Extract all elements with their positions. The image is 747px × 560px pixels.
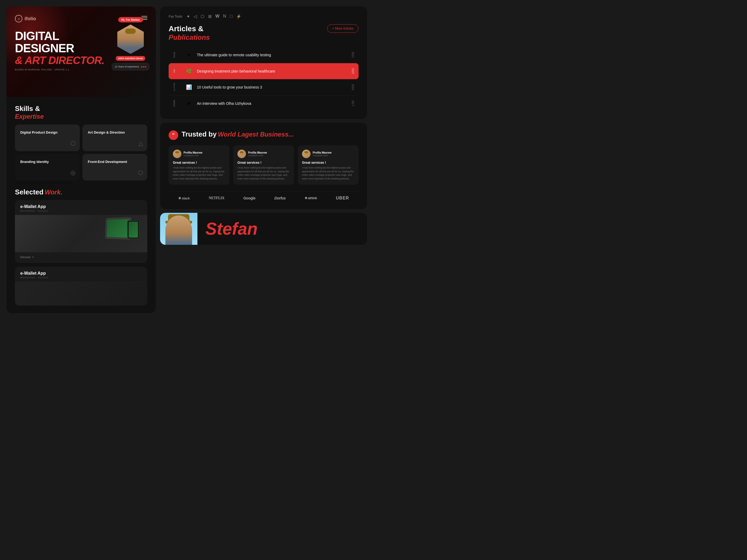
work-card-1-meta: BRANDING · 06/2021 bbox=[20, 210, 142, 212]
article-row-4[interactable]: Middle ★ An interview with Olha Uzhykova… bbox=[169, 96, 359, 111]
article-icon-1: ✦ bbox=[185, 51, 193, 59]
stefan-image bbox=[160, 213, 198, 245]
author-info-1: Profila Masrew Unsplash.com bbox=[184, 151, 203, 157]
work-card-2-title: e-Wallet App bbox=[20, 271, 142, 276]
article-row-3[interactable]: Lo-Frist 📊 10 Useful tools to grow your … bbox=[169, 79, 359, 96]
more-articles-button[interactable]: + More Articles bbox=[327, 24, 359, 33]
article-title-4: An interview with Olha Uzhykova bbox=[197, 101, 347, 106]
author-info-3: Profila Masrew Unsplash.com bbox=[313, 151, 332, 157]
tool-word-icon: W bbox=[215, 14, 219, 19]
discover-link-1[interactable]: Discover ↗ bbox=[20, 256, 34, 259]
testimonial-card-2: Profila Masrew Unsplash.com Great servic… bbox=[233, 145, 294, 185]
testimonials-grid: Profila Masrew Unsplash.com Great servic… bbox=[169, 145, 359, 185]
skill-name: Branding Identity bbox=[20, 160, 49, 164]
article-row-2[interactable]: Jun 🌿 Designing treatment plan behaviora… bbox=[169, 63, 359, 79]
fav-tools-label: Fav Tools bbox=[169, 15, 182, 19]
hero-section: ◎ ifolio DIGITAL DESIGNER & ART DIRECTOR… bbox=[6, 6, 156, 97]
testimonials-header: " Trusted by World Lagest Business... bbox=[169, 130, 359, 140]
article-category-3: Lo-Frist bbox=[173, 83, 181, 91]
work-section: Selected Work. e-Wallet App BRANDING · 0… bbox=[6, 188, 156, 313]
right-panel: Fav Tools ✦ ◁ ⬡ ⊞ W N □ ⚡ Articles & Pub… bbox=[160, 6, 367, 313]
author-avatar-2 bbox=[237, 150, 246, 158]
work-card-2: e-Wallet App BRANDING · 06/2021 bbox=[15, 267, 147, 305]
work-heading: Selected Work. bbox=[15, 188, 147, 196]
author-info-2: Profila Masrew Unsplash.com bbox=[248, 151, 267, 157]
article-category-1: Study bbox=[173, 52, 181, 58]
skill-icon-1: △ bbox=[138, 140, 143, 147]
tool-figma-icon: ✦ bbox=[186, 14, 190, 19]
testimonial-text-2: I truly have nothing but the highest pra… bbox=[237, 166, 290, 181]
phone-mockup bbox=[127, 220, 139, 239]
skill-name: Digital Product Design bbox=[20, 130, 57, 134]
client-google: Google bbox=[243, 196, 255, 200]
testimonial-author-1: Profila Masrew Unsplash.com bbox=[173, 150, 225, 158]
article-title-2: Designing treatment plan behavioral heal… bbox=[197, 69, 347, 73]
article-icon-3: 📊 bbox=[185, 83, 193, 91]
author-name-3: Profila Masrew bbox=[313, 151, 332, 154]
hero-title-line2: DESIGNER bbox=[15, 42, 147, 54]
hero-subtitle: BASED IN WARSAW, POLAND · UPDATE 1.1 bbox=[15, 68, 147, 71]
testimonial-author-3: Profila Masrew Unsplash.com bbox=[302, 150, 354, 158]
articles-titles: Articles & Publications bbox=[169, 24, 210, 42]
work-card-1: e-Wallet App BRANDING · 06/2021 Discover… bbox=[15, 200, 147, 263]
author-role-1: Unsplash.com bbox=[184, 154, 203, 157]
testimonial-heading-1: Great services ! bbox=[173, 161, 225, 164]
testimonial-heading-2: Great services ! bbox=[237, 161, 290, 164]
tool-sketch-icon: ⬡ bbox=[201, 14, 204, 19]
testimonial-text-1: I truly have nothing but the highest pra… bbox=[173, 166, 225, 181]
client-slack: ✸ slack bbox=[178, 196, 190, 200]
stefan-name: Stefan bbox=[198, 219, 258, 239]
article-title-3: 10 Useful tools to grow your business 3 bbox=[197, 85, 347, 89]
testimonials-panel: " Trusted by World Lagest Business... Pr… bbox=[160, 123, 367, 209]
author-name-2: Profila Masrew bbox=[248, 151, 267, 154]
client-uber: UBER bbox=[336, 196, 349, 201]
article-category-4: Middle bbox=[173, 100, 181, 107]
work-card-2-meta: BRANDING · 06/2021 bbox=[20, 276, 142, 279]
clients-row: ✸ slack NETFLIX Google Dorfus ✤ airbnb U… bbox=[169, 191, 359, 202]
logo-text: ifolio bbox=[25, 16, 36, 22]
author-name-1: Profila Masrew bbox=[184, 151, 203, 154]
skills-heading: Skills & Expertise bbox=[15, 105, 147, 120]
article-title-1: The ultimate guide to remote usability t… bbox=[197, 53, 347, 57]
skill-card-branding: Branding Identity ◎ bbox=[15, 154, 80, 181]
article-row-1[interactable]: Study ✦ The ultimate guide to remote usa… bbox=[169, 47, 359, 63]
fav-tools: Fav Tools ✦ ◁ ⬡ ⊞ W N □ ⚡ bbox=[169, 14, 359, 19]
logo-icon: ◎ bbox=[15, 15, 22, 22]
hi-badge: Hi, I'm Stefan bbox=[118, 17, 143, 22]
client-netflix: NETFLIX bbox=[209, 196, 224, 200]
articles-panel: Fav Tools ✦ ◁ ⬡ ⊞ W N □ ⚡ Articles & Pub… bbox=[160, 6, 367, 119]
skill-name: Art Design & Direction bbox=[88, 130, 125, 134]
testimonial-card-1: Profila Masrew Unsplash.com Great servic… bbox=[169, 145, 229, 185]
author-avatar-1 bbox=[173, 150, 181, 158]
testimonial-author-2: Profila Masrew Unsplash.com bbox=[237, 150, 290, 158]
work-card-1-title: e-Wallet App bbox=[20, 204, 142, 209]
skill-card-digital-product: Digital Product Design ⬡ bbox=[15, 125, 80, 151]
tool-box-icon: □ bbox=[230, 14, 233, 19]
tool-bolt-icon: ⚡ bbox=[236, 14, 241, 19]
stefan-cta-panel: Stefan bbox=[160, 213, 367, 245]
skills-grid: Digital Product Design ⬡ Art Design & Di… bbox=[15, 125, 147, 181]
skill-card-frontend: Front-End Development ⬡ bbox=[82, 154, 147, 181]
work-card-1-header: e-Wallet App BRANDING · 06/2021 bbox=[15, 200, 147, 215]
client-dorfus: Dorfus bbox=[275, 196, 286, 200]
left-panel: ◎ ifolio DIGITAL DESIGNER & ART DIRECTOR… bbox=[6, 6, 156, 313]
testimonial-heading-3: Great services ! bbox=[302, 161, 354, 164]
skill-icon-2: ◎ bbox=[71, 169, 76, 176]
work-card-1-footer: Discover ↗ bbox=[15, 252, 147, 263]
article-category-2: Jun bbox=[173, 69, 181, 73]
skill-name: Front-End Development bbox=[88, 160, 127, 164]
tool-slack-icon: ⊞ bbox=[208, 14, 211, 19]
article-year-2: 2020 bbox=[351, 68, 354, 74]
author-role-3: Unsplash.com bbox=[313, 154, 332, 157]
articles-header: Articles & Publications + More Articles bbox=[169, 24, 359, 42]
skills-section: Skills & Expertise Digital Product Desig… bbox=[6, 97, 156, 188]
hero-content: DIGITAL DESIGNER & ART DIRECTOR. BASED I… bbox=[15, 30, 147, 71]
testimonial-card-3: Profila Masrew Unsplash.com Great servic… bbox=[298, 145, 359, 185]
author-role-2: Unsplash.com bbox=[248, 154, 267, 157]
client-airbnb: ✤ airbnb bbox=[305, 196, 317, 200]
tool-notion-icon: N bbox=[223, 14, 226, 19]
skill-card-art-design: Art Design & Direction △ bbox=[82, 125, 147, 151]
work-card-1-image bbox=[15, 215, 147, 252]
skill-icon-3: ⬡ bbox=[138, 169, 143, 176]
article-year-3: 2019 bbox=[351, 84, 354, 90]
